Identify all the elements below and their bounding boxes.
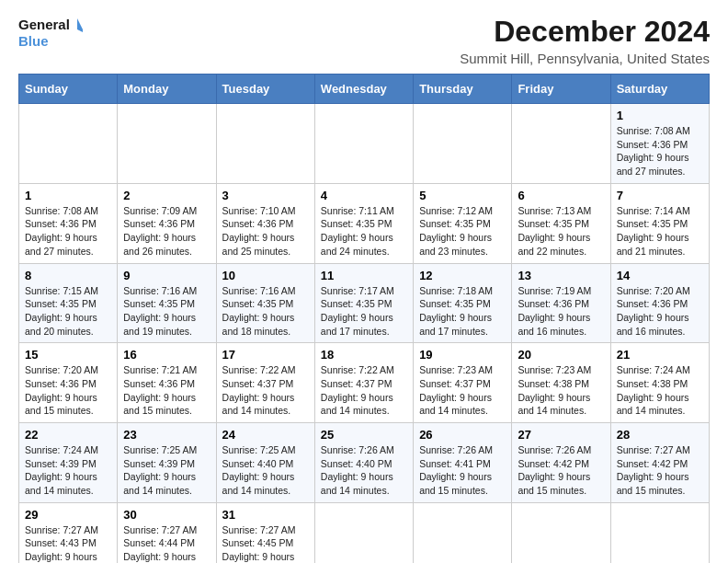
svg-text:Blue: Blue	[18, 33, 49, 49]
calendar-cell	[610, 502, 709, 563]
day-info: Sunrise: 7:25 AMSunset: 4:40 PMDaylight:…	[222, 444, 296, 496]
day-number: 9	[123, 269, 210, 282]
day-number: 24	[222, 428, 309, 442]
title-area: December 2024 Summit Hill, Pennsylvania,…	[460, 15, 710, 66]
day-info: Sunrise: 7:26 AMSunset: 4:41 PMDaylight:…	[419, 444, 493, 496]
day-number: 4	[321, 189, 407, 202]
calendar-cell	[19, 104, 118, 184]
day-info: Sunrise: 7:11 AMSunset: 4:35 PMDaylight:…	[321, 205, 394, 257]
day-number: 17	[222, 348, 309, 362]
week-row-1: 1 Sunrise: 7:08 AMSunset: 4:36 PMDayligh…	[19, 104, 710, 184]
day-info: Sunrise: 7:16 AMSunset: 4:35 PMDaylight:…	[123, 285, 197, 337]
calendar-cell: 31 Sunrise: 7:27 AMSunset: 4:45 PMDaylig…	[216, 502, 314, 563]
col-header-friday: Friday	[512, 75, 610, 104]
day-info: Sunrise: 7:27 AMSunset: 4:43 PMDaylight:…	[25, 524, 98, 563]
day-info: Sunrise: 7:08 AMSunset: 4:36 PMDaylight:…	[617, 125, 690, 177]
day-number: 6	[518, 189, 604, 202]
day-number: 22	[25, 428, 111, 442]
day-info: Sunrise: 7:22 AMSunset: 4:37 PMDaylight:…	[222, 364, 296, 416]
day-number: 1	[25, 189, 111, 202]
day-info: Sunrise: 7:22 AMSunset: 4:37 PMDaylight:…	[321, 364, 394, 416]
day-number: 7	[617, 189, 703, 202]
day-number: 8	[25, 269, 111, 282]
svg-marker-2	[77, 18, 83, 33]
day-info: Sunrise: 7:14 AMSunset: 4:35 PMDaylight:…	[617, 205, 690, 257]
calendar-cell	[216, 104, 314, 184]
calendar-cell: 1 Sunrise: 7:08 AMSunset: 4:36 PMDayligh…	[19, 183, 118, 263]
day-number: 28	[617, 428, 703, 442]
day-number: 5	[419, 189, 506, 202]
calendar-cell: 4 Sunrise: 7:11 AMSunset: 4:35 PMDayligh…	[314, 183, 413, 263]
day-number: 21	[617, 348, 703, 362]
calendar-cell: 6 Sunrise: 7:13 AMSunset: 4:35 PMDayligh…	[512, 183, 610, 263]
day-info: Sunrise: 7:24 AMSunset: 4:38 PMDaylight:…	[617, 364, 690, 416]
day-number: 18	[321, 348, 407, 362]
col-header-saturday: Saturday	[610, 75, 709, 104]
calendar-cell: 14 Sunrise: 7:20 AMSunset: 4:36 PMDaylig…	[610, 263, 709, 343]
day-info: Sunrise: 7:23 AMSunset: 4:38 PMDaylight:…	[518, 364, 591, 416]
calendar-cell: 27 Sunrise: 7:26 AMSunset: 4:42 PMDaylig…	[512, 423, 610, 503]
day-info: Sunrise: 7:09 AMSunset: 4:36 PMDaylight:…	[123, 205, 197, 257]
calendar-cell	[414, 104, 512, 184]
day-number: 1	[617, 109, 703, 122]
page-title: December 2024	[460, 15, 710, 49]
day-info: Sunrise: 7:27 AMSunset: 4:42 PMDaylight:…	[617, 444, 690, 496]
calendar-cell: 17 Sunrise: 7:22 AMSunset: 4:37 PMDaylig…	[216, 343, 314, 423]
day-info: Sunrise: 7:16 AMSunset: 4:35 PMDaylight:…	[222, 285, 296, 337]
calendar-cell	[512, 104, 610, 184]
day-number: 29	[25, 508, 111, 522]
calendar-cell: 15 Sunrise: 7:20 AMSunset: 4:36 PMDaylig…	[19, 343, 118, 423]
day-number: 23	[123, 428, 210, 442]
day-number: 31	[222, 508, 309, 522]
calendar-cell	[414, 502, 512, 563]
calendar-cell: 30 Sunrise: 7:27 AMSunset: 4:44 PMDaylig…	[118, 502, 216, 563]
day-number: 11	[321, 269, 407, 282]
logo-svg: General Blue	[18, 15, 83, 53]
svg-text:General: General	[18, 17, 70, 32]
day-info: Sunrise: 7:10 AMSunset: 4:36 PMDaylight:…	[222, 205, 296, 257]
calendar-cell: 11 Sunrise: 7:17 AMSunset: 4:35 PMDaylig…	[314, 263, 413, 343]
header-row: SundayMondayTuesdayWednesdayThursdayFrid…	[19, 75, 710, 104]
day-number: 3	[222, 189, 309, 202]
week-row-3: 8 Sunrise: 7:15 AMSunset: 4:35 PMDayligh…	[19, 263, 710, 343]
day-info: Sunrise: 7:12 AMSunset: 4:35 PMDaylight:…	[419, 205, 493, 257]
week-row-2: 1 Sunrise: 7:08 AMSunset: 4:36 PMDayligh…	[19, 183, 710, 263]
calendar-cell	[314, 104, 413, 184]
day-info: Sunrise: 7:26 AMSunset: 4:42 PMDaylight:…	[518, 444, 591, 496]
day-info: Sunrise: 7:23 AMSunset: 4:37 PMDaylight:…	[419, 364, 493, 416]
day-info: Sunrise: 7:21 AMSunset: 4:36 PMDaylight:…	[123, 364, 197, 416]
calendar-cell: 25 Sunrise: 7:26 AMSunset: 4:40 PMDaylig…	[314, 423, 413, 503]
header: General Blue December 2024 Summit Hill, …	[18, 15, 710, 66]
col-header-thursday: Thursday	[414, 75, 512, 104]
calendar-cell: 8 Sunrise: 7:15 AMSunset: 4:35 PMDayligh…	[19, 263, 118, 343]
day-info: Sunrise: 7:08 AMSunset: 4:36 PMDaylight:…	[25, 205, 98, 257]
week-row-6: 29 Sunrise: 7:27 AMSunset: 4:43 PMDaylig…	[19, 502, 710, 563]
day-number: 16	[123, 348, 210, 362]
day-number: 26	[419, 428, 506, 442]
day-info: Sunrise: 7:15 AMSunset: 4:35 PMDaylight:…	[25, 285, 98, 337]
calendar-cell	[314, 502, 413, 563]
calendar-cell: 10 Sunrise: 7:16 AMSunset: 4:35 PMDaylig…	[216, 263, 314, 343]
col-header-tuesday: Tuesday	[216, 75, 314, 104]
day-number: 30	[123, 508, 210, 522]
day-info: Sunrise: 7:13 AMSunset: 4:35 PMDaylight:…	[518, 205, 591, 257]
calendar-cell	[512, 502, 610, 563]
page-subtitle: Summit Hill, Pennsylvania, United States	[460, 51, 710, 66]
calendar-cell: 7 Sunrise: 7:14 AMSunset: 4:35 PMDayligh…	[610, 183, 709, 263]
col-header-monday: Monday	[118, 75, 216, 104]
calendar-cell: 26 Sunrise: 7:26 AMSunset: 4:41 PMDaylig…	[414, 423, 512, 503]
day-info: Sunrise: 7:25 AMSunset: 4:39 PMDaylight:…	[123, 444, 197, 496]
day-number: 27	[518, 428, 604, 442]
day-info: Sunrise: 7:18 AMSunset: 4:35 PMDaylight:…	[419, 285, 493, 337]
day-info: Sunrise: 7:19 AMSunset: 4:36 PMDaylight:…	[518, 285, 591, 337]
week-row-4: 15 Sunrise: 7:20 AMSunset: 4:36 PMDaylig…	[19, 343, 710, 423]
day-info: Sunrise: 7:26 AMSunset: 4:40 PMDaylight:…	[321, 444, 394, 496]
day-number: 20	[518, 348, 604, 362]
day-info: Sunrise: 7:20 AMSunset: 4:36 PMDaylight:…	[25, 364, 98, 416]
calendar-cell: 28 Sunrise: 7:27 AMSunset: 4:42 PMDaylig…	[610, 423, 709, 503]
day-number: 14	[617, 269, 703, 282]
calendar-cell: 12 Sunrise: 7:18 AMSunset: 4:35 PMDaylig…	[414, 263, 512, 343]
calendar-table: SundayMondayTuesdayWednesdayThursdayFrid…	[18, 74, 710, 563]
calendar-cell: 2 Sunrise: 7:09 AMSunset: 4:36 PMDayligh…	[118, 183, 216, 263]
calendar-cell: 3 Sunrise: 7:10 AMSunset: 4:36 PMDayligh…	[216, 183, 314, 263]
